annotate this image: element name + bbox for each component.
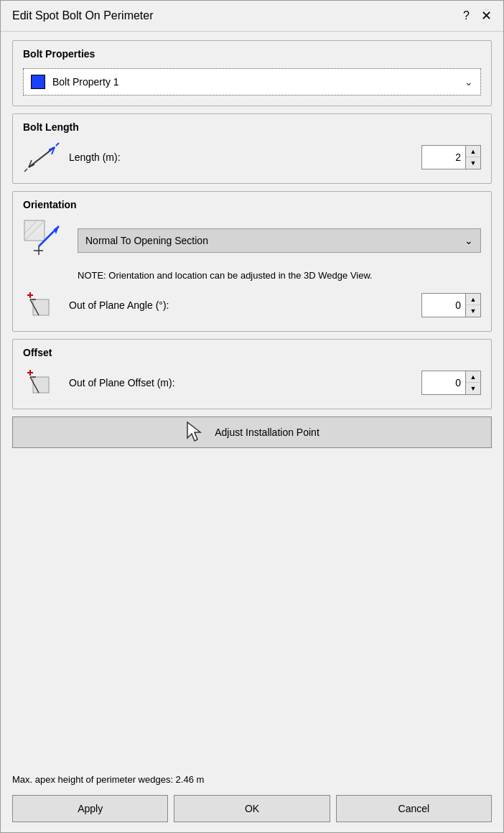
offset-spin-down[interactable]: ▼ bbox=[466, 383, 480, 394]
close-button[interactable]: ✕ bbox=[481, 8, 492, 24]
offset-spinbox[interactable]: ▲ ▼ bbox=[421, 371, 481, 395]
footer-info: Max. apex height of perimeter wedges: 2.… bbox=[1, 770, 503, 788]
adjust-btn-label: Adjust Installation Point bbox=[215, 427, 319, 438]
apply-button[interactable]: Apply bbox=[12, 795, 168, 822]
bolt-properties-section: Bolt Properties Bolt Property 1 ⌄ bbox=[12, 40, 492, 106]
footer-text: Max. apex height of perimeter wedges: 2.… bbox=[12, 774, 204, 785]
offset-title: Offset bbox=[23, 347, 481, 358]
orientation-title: Orientation bbox=[23, 199, 481, 210]
bolt-color-box bbox=[31, 75, 45, 89]
orientation-icon bbox=[23, 219, 69, 262]
angle-spin-up[interactable]: ▲ bbox=[466, 294, 480, 305]
length-label: Length (m): bbox=[69, 152, 413, 163]
bolt-properties-title: Bolt Properties bbox=[23, 48, 481, 60]
svg-line-6 bbox=[56, 143, 59, 146]
bolt-length-title: Bolt Length bbox=[23, 121, 481, 133]
angle-spin-down[interactable]: ▼ bbox=[466, 305, 480, 317]
svg-line-5 bbox=[24, 169, 27, 172]
svg-marker-24 bbox=[187, 422, 200, 441]
length-spin-up[interactable]: ▲ bbox=[466, 146, 480, 157]
length-spinbox-buttons: ▲ ▼ bbox=[465, 146, 480, 169]
length-spinbox[interactable]: ▲ ▼ bbox=[421, 145, 481, 169]
angle-input[interactable] bbox=[422, 294, 465, 317]
length-spin-down[interactable]: ▼ bbox=[466, 157, 480, 169]
bolt-property-dropdown[interactable]: Bolt Property 1 ⌄ bbox=[23, 68, 481, 96]
orientation-dropdown[interactable]: Normal To Opening Section ⌄ bbox=[78, 228, 481, 253]
offset-label: Out of Plane Offset (m): bbox=[69, 377, 413, 388]
adjust-installation-button[interactable]: Adjust Installation Point bbox=[12, 416, 492, 448]
offset-section: Offset Out of Plane Offset (m): ▲ bbox=[12, 339, 492, 409]
offset-spinbox-buttons: ▲ ▼ bbox=[465, 371, 480, 394]
dialog-body: Bolt Properties Bolt Property 1 ⌄ Bolt L… bbox=[1, 32, 503, 770]
bolt-property-dropdown-inner: Bolt Property 1 bbox=[31, 75, 119, 89]
angle-label: Out of Plane Angle (°): bbox=[69, 299, 413, 311]
orientation-note: NOTE: Orientation and location can be ad… bbox=[78, 269, 481, 282]
bottom-buttons: Apply OK Cancel bbox=[1, 788, 503, 832]
adjust-icon bbox=[185, 421, 207, 444]
ok-button[interactable]: OK bbox=[174, 795, 330, 822]
offset-content: Out of Plane Offset (m): ▲ ▼ bbox=[23, 367, 481, 399]
orientation-angle-row: Out of Plane Angle (°): ▲ ▼ bbox=[23, 289, 481, 321]
title-bar-controls: ? ✕ bbox=[463, 8, 492, 24]
angle-icon bbox=[23, 289, 60, 321]
offset-input[interactable] bbox=[422, 371, 465, 394]
svg-marker-11 bbox=[54, 226, 59, 234]
bolt-length-content: Length (m): ▲ ▼ bbox=[23, 141, 481, 173]
svg-line-0 bbox=[29, 147, 55, 167]
angle-spinbox[interactable]: ▲ ▼ bbox=[421, 293, 481, 317]
bolt-property-dropdown-arrow: ⌄ bbox=[465, 76, 473, 88]
orientation-section: Orientation bbox=[12, 191, 492, 332]
orientation-content: Normal To Opening Section ⌄ NOTE: Orient… bbox=[23, 219, 481, 321]
title-bar: Edit Spot Bolt On Perimeter ? ✕ bbox=[1, 1, 503, 32]
offset-icon bbox=[23, 367, 60, 399]
orientation-dropdown-arrow: ⌄ bbox=[465, 235, 473, 246]
svg-rect-14 bbox=[33, 299, 49, 315]
orientation-top: Normal To Opening Section ⌄ bbox=[23, 219, 481, 262]
bolt-length-section: Bolt Length Length (m): bbox=[12, 113, 492, 184]
dialog: Edit Spot Bolt On Perimeter ? ✕ Bolt Pro… bbox=[0, 0, 504, 833]
svg-rect-19 bbox=[33, 377, 49, 393]
help-button[interactable]: ? bbox=[463, 9, 470, 22]
length-input[interactable] bbox=[422, 146, 465, 169]
cancel-button[interactable]: Cancel bbox=[336, 795, 492, 822]
angle-spinbox-buttons: ▲ ▼ bbox=[465, 294, 480, 317]
offset-spin-up[interactable]: ▲ bbox=[466, 371, 480, 383]
orientation-dropdown-value: Normal To Opening Section bbox=[85, 235, 208, 246]
bolt-property-value: Bolt Property 1 bbox=[52, 76, 119, 88]
bolt-length-icon bbox=[23, 141, 60, 173]
dialog-title: Edit Spot Bolt On Perimeter bbox=[12, 9, 154, 22]
